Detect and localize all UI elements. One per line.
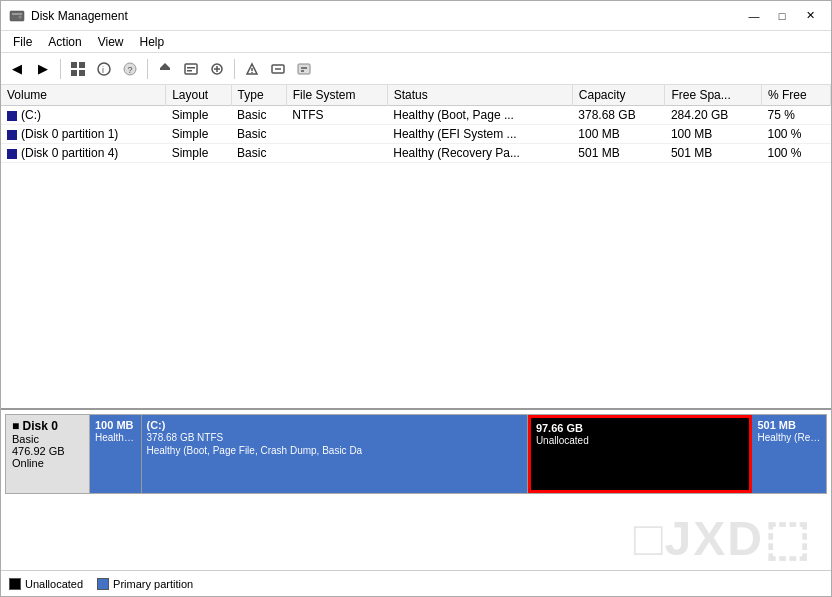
col-type[interactable]: Type (231, 85, 286, 106)
partition-efi[interactable]: 100 MB Healthy (EFI Sy (90, 415, 142, 493)
svg-marker-12 (160, 63, 170, 68)
disk-icon (9, 8, 25, 24)
cell-status: Healthy (EFI System ... (387, 125, 572, 144)
cell-layout: Simple (166, 106, 231, 125)
menu-action[interactable]: Action (40, 33, 89, 51)
close-button[interactable]: ✕ (797, 6, 823, 26)
menu-file[interactable]: File (5, 33, 40, 51)
menu-bar: File Action View Help (1, 31, 831, 53)
cell-filesystem: NTFS (286, 106, 387, 125)
partition-recovery[interactable]: 501 MB Healthy (Recovery Pa (752, 415, 826, 493)
cell-pctfree: 75 % (761, 106, 830, 125)
svg-rect-1 (12, 13, 22, 15)
cell-status: Healthy (Boot, Page ... (387, 106, 572, 125)
partition-c-status: Healthy (Boot, Page File, Crash Dump, Ba… (147, 444, 522, 457)
forward-button[interactable]: ▶ (31, 57, 55, 81)
cell-volume: (C:) (1, 106, 166, 125)
svg-rect-24 (298, 64, 310, 74)
disk-0-size: 476.92 GB (12, 445, 83, 457)
legend-primary: Primary partition (97, 578, 193, 590)
table-row[interactable]: (C:) Simple Basic NTFS Healthy (Boot, Pa… (1, 106, 831, 125)
partition-recovery-size: 501 MB (757, 419, 821, 431)
maximize-button[interactable]: □ (769, 6, 795, 26)
cell-filesystem (286, 125, 387, 144)
svg-rect-15 (187, 70, 192, 72)
partition-unalloc-size: 97.66 GB (536, 422, 745, 434)
cell-type: Basic (231, 125, 286, 144)
toolbar-action-6[interactable] (292, 57, 316, 81)
svg-point-7 (98, 63, 110, 75)
svg-rect-13 (185, 64, 197, 74)
col-freespace[interactable]: Free Spa... (665, 85, 762, 106)
table-row[interactable]: (Disk 0 partition 4) Simple Basic Health… (1, 144, 831, 163)
table-row[interactable]: (Disk 0 partition 1) Simple Basic Health… (1, 125, 831, 144)
col-filesystem[interactable]: File System (286, 85, 387, 106)
toolbar-action-3[interactable] (205, 57, 229, 81)
minimize-button[interactable]: — (741, 6, 767, 26)
col-layout[interactable]: Layout (166, 85, 231, 106)
partition-unallocated[interactable]: 97.66 GB Unallocated (528, 415, 753, 493)
svg-text:?: ? (128, 65, 133, 75)
partition-c[interactable]: (C:) 378.68 GB NTFS Healthy (Boot, Page … (142, 415, 528, 493)
disk-0-partitions: 100 MB Healthy (EFI Sy (C:) 378.68 GB NT… (90, 414, 827, 494)
toolbar-action-5[interactable] (266, 57, 290, 81)
cell-type: Basic (231, 106, 286, 125)
volume-table-container[interactable]: Volume Layout Type File System Status Ca… (1, 85, 831, 410)
legend-bar: Unallocated Primary partition (1, 570, 831, 596)
svg-rect-3 (71, 62, 77, 68)
cell-layout: Simple (166, 144, 231, 163)
toolbar-separator-1 (60, 59, 61, 79)
cell-type: Basic (231, 144, 286, 163)
view-button-1[interactable] (66, 57, 90, 81)
title-bar: Disk Management — □ ✕ (1, 1, 831, 31)
legend-primary-label: Primary partition (113, 578, 193, 590)
menu-view[interactable]: View (90, 33, 132, 51)
cell-filesystem (286, 144, 387, 163)
col-capacity[interactable]: Capacity (572, 85, 665, 106)
svg-rect-0 (10, 11, 24, 21)
cell-capacity: 378.68 GB (572, 106, 665, 125)
volume-table: Volume Layout Type File System Status Ca… (1, 85, 831, 163)
svg-point-2 (19, 15, 22, 18)
col-volume[interactable]: Volume (1, 85, 166, 106)
cell-volume: (Disk 0 partition 4) (1, 144, 166, 163)
partition-efi-detail: Healthy (EFI Sy (95, 431, 136, 444)
cell-pctfree: 100 % (761, 144, 830, 163)
svg-text:i: i (102, 65, 104, 75)
toolbar-separator-3 (234, 59, 235, 79)
disk-0-type: Basic (12, 433, 83, 445)
svg-rect-11 (160, 68, 170, 70)
menu-help[interactable]: Help (132, 33, 173, 51)
main-window: Disk Management — □ ✕ File Action View H… (0, 0, 832, 597)
svg-rect-6 (79, 70, 85, 76)
svg-rect-4 (79, 62, 85, 68)
toolbar-action-4[interactable] (240, 57, 264, 81)
title-bar-title: Disk Management (31, 9, 128, 23)
disk-0-row: ■ Disk 0 Basic 476.92 GB Online 100 MB H… (5, 414, 827, 494)
title-bar-left: Disk Management (9, 8, 128, 24)
svg-point-21 (251, 71, 253, 73)
partition-c-size: 378.68 GB NTFS (147, 431, 522, 444)
cell-layout: Simple (166, 125, 231, 144)
disk-map-area: ■ Disk 0 Basic 476.92 GB Online 100 MB H… (1, 410, 831, 570)
svg-rect-5 (71, 70, 77, 76)
partition-unalloc-label: Unallocated (536, 434, 745, 447)
help-button[interactable]: ? (118, 57, 142, 81)
title-bar-controls: — □ ✕ (741, 6, 823, 26)
legend-unallocated-label: Unallocated (25, 578, 83, 590)
cell-capacity: 100 MB (572, 125, 665, 144)
col-pctfree[interactable]: % Free (761, 85, 830, 106)
cell-freespace: 501 MB (665, 144, 762, 163)
cell-pctfree: 100 % (761, 125, 830, 144)
partition-c-label: (C:) (147, 419, 522, 431)
toolbar-action-1[interactable] (153, 57, 177, 81)
properties-button[interactable]: i (92, 57, 116, 81)
back-button[interactable]: ◀ (5, 57, 29, 81)
legend-unallocated: Unallocated (9, 578, 83, 590)
main-content: Volume Layout Type File System Status Ca… (1, 85, 831, 596)
partition-efi-size: 100 MB (95, 419, 136, 431)
toolbar-action-2[interactable] (179, 57, 203, 81)
disk-0-label: ■ Disk 0 Basic 476.92 GB Online (5, 414, 90, 494)
col-status[interactable]: Status (387, 85, 572, 106)
disk-0-status: Online (12, 457, 83, 469)
